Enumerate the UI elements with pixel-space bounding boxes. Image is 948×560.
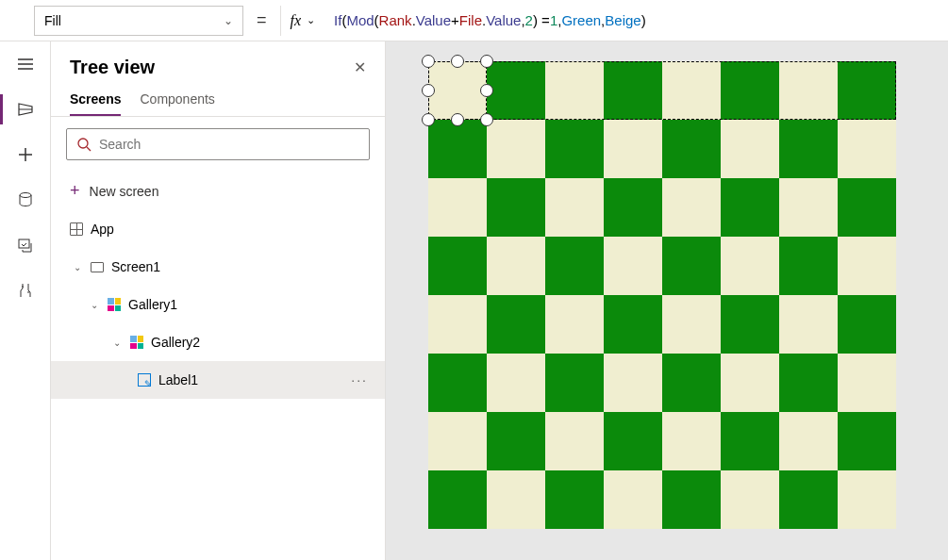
tools-icon[interactable] — [0, 268, 51, 313]
board-square[interactable] — [604, 61, 662, 120]
tree-view-icon[interactable] — [0, 87, 51, 132]
board-square[interactable] — [721, 470, 779, 529]
board-square[interactable] — [721, 354, 779, 412]
search-box[interactable] — [66, 128, 370, 160]
tree-node-screen1[interactable]: ⌄ Screen1 — [51, 248, 385, 286]
insert-icon[interactable] — [0, 132, 51, 177]
board-square[interactable] — [487, 412, 545, 470]
board-square[interactable] — [662, 237, 721, 295]
board-square[interactable] — [545, 470, 604, 529]
board-square[interactable] — [779, 295, 838, 354]
formula-input[interactable]: If( Mod( Rank.Value + File.Value, 2 ) = … — [324, 6, 948, 36]
board-square[interactable] — [545, 178, 604, 237]
board-square[interactable] — [779, 120, 838, 178]
property-dropdown[interactable]: Fill ⌄ — [34, 6, 243, 36]
tab-components[interactable]: Components — [140, 91, 214, 116]
board-square[interactable] — [545, 237, 604, 295]
board-square[interactable] — [721, 412, 779, 470]
close-icon[interactable]: ✕ — [354, 58, 366, 76]
board-square[interactable] — [487, 295, 545, 354]
board-square[interactable] — [721, 61, 779, 120]
canvas[interactable] — [386, 41, 948, 560]
board-square[interactable] — [545, 61, 604, 120]
board-square[interactable] — [545, 295, 604, 354]
board-square[interactable] — [838, 120, 896, 178]
board-square[interactable] — [487, 237, 545, 295]
board-square[interactable] — [545, 354, 604, 412]
board-square[interactable] — [662, 120, 721, 178]
media-icon[interactable] — [0, 222, 51, 268]
board-square[interactable] — [428, 61, 487, 120]
board-square[interactable] — [487, 61, 545, 120]
screen-icon — [91, 262, 104, 272]
board-square[interactable] — [838, 61, 896, 120]
board-square[interactable] — [604, 354, 662, 412]
board-square[interactable] — [721, 120, 779, 178]
board-square[interactable] — [779, 412, 838, 470]
chevron-down-icon: ⌄ — [74, 262, 83, 272]
formula-token: Value — [416, 12, 451, 28]
board-square[interactable] — [604, 237, 662, 295]
app-icon — [70, 222, 83, 236]
tab-screens[interactable]: Screens — [70, 91, 121, 116]
board-square[interactable] — [604, 120, 662, 178]
board-square[interactable] — [838, 178, 896, 237]
board-square[interactable] — [428, 237, 487, 295]
board-square[interactable] — [604, 412, 662, 470]
svg-rect-1 — [19, 239, 29, 248]
tree-node-gallery1[interactable]: ⌄ Gallery1 — [51, 286, 385, 323]
tree-label: Gallery2 — [151, 335, 200, 350]
board-square[interactable] — [662, 412, 721, 470]
formula-token: Beige — [605, 12, 640, 28]
more-icon[interactable]: ··· — [351, 372, 368, 387]
chevron-down-icon: ⌄ — [113, 338, 123, 348]
board-square[interactable] — [779, 354, 838, 412]
board-square[interactable] — [604, 178, 662, 237]
tree-panel-title: Tree view — [70, 57, 354, 78]
board-square[interactable] — [428, 470, 487, 529]
board-square[interactable] — [487, 178, 545, 237]
tree-node-gallery2[interactable]: ⌄ Gallery2 — [51, 323, 385, 361]
board-square[interactable] — [662, 61, 721, 120]
board-square[interactable] — [838, 470, 896, 529]
new-screen-button[interactable]: + New screen — [51, 172, 385, 210]
board-square[interactable] — [487, 354, 545, 412]
board-square[interactable] — [428, 178, 487, 237]
board-square[interactable] — [428, 412, 487, 470]
board-square[interactable] — [779, 237, 838, 295]
board-square[interactable] — [604, 470, 662, 529]
board-square[interactable] — [779, 470, 838, 529]
board-square[interactable] — [662, 178, 721, 237]
board-square[interactable] — [428, 295, 487, 354]
main-area: Tree view ✕ Screens Components + New scr… — [0, 41, 948, 560]
board-square[interactable] — [721, 237, 779, 295]
board-square[interactable] — [545, 120, 604, 178]
board-square[interactable] — [779, 178, 838, 237]
board-square[interactable] — [838, 237, 896, 295]
board-square[interactable] — [662, 470, 721, 529]
board-square[interactable] — [487, 470, 545, 529]
board-square[interactable] — [721, 178, 779, 237]
board-square[interactable] — [545, 412, 604, 470]
board-square[interactable] — [838, 412, 896, 470]
fx-button[interactable]: fx ⌄ — [280, 6, 325, 36]
board-square[interactable] — [779, 61, 838, 120]
formula-token: Mod — [346, 12, 374, 28]
board-square[interactable] — [838, 354, 896, 412]
board-square[interactable] — [428, 354, 487, 412]
tree-node-app[interactable]: App — [51, 210, 385, 248]
board-square[interactable] — [604, 295, 662, 354]
board-square[interactable] — [487, 120, 545, 178]
board-square[interactable] — [428, 120, 487, 178]
hamburger-icon[interactable] — [0, 41, 51, 87]
board-square[interactable] — [662, 295, 721, 354]
board-square[interactable] — [662, 354, 721, 412]
tree-node-label1[interactable]: Label1 ··· — [51, 361, 385, 399]
search-input[interactable] — [99, 137, 359, 152]
formula-token: If — [334, 12, 341, 28]
data-icon[interactable] — [0, 177, 51, 222]
tree-tabs: Screens Components — [51, 86, 385, 117]
board-square[interactable] — [721, 295, 779, 354]
board-square[interactable] — [838, 295, 896, 354]
svg-point-0 — [20, 193, 31, 198]
